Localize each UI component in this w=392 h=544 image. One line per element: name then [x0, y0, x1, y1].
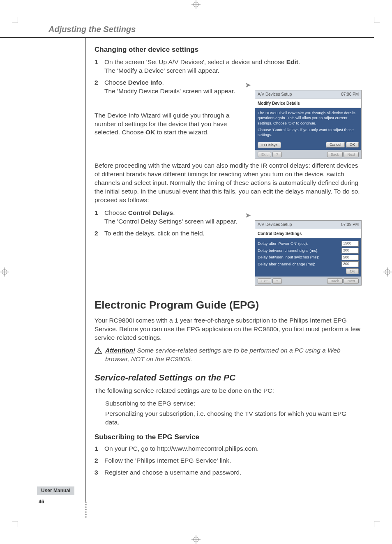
help-button[interactable]: ?: [272, 278, 282, 284]
page-number: 46: [39, 499, 44, 505]
delay-label: Delay after channel change (ms):: [258, 262, 315, 267]
crop-mark: [374, 521, 380, 527]
crop-mark: [12, 521, 18, 527]
shot-subhead: Modify Device Details: [255, 99, 361, 108]
delay-field[interactable]: 1500: [341, 241, 359, 247]
back-button[interactable]: Back: [327, 152, 343, 157]
registration-mark: [383, 267, 392, 277]
back-button[interactable]: Back: [327, 278, 343, 284]
srv-intro: The following service-related settings a…: [95, 387, 362, 395]
step-1: 1 On the screen 'Set Up A/V Devices', se…: [95, 58, 362, 75]
delay-field[interactable]: 200: [341, 248, 359, 254]
ok-button[interactable]: OK: [346, 268, 359, 274]
heading-changing: Changing other device settings: [95, 45, 362, 55]
shot-time: 07:06 PM: [341, 92, 359, 97]
cd-step-2: 2 To edit the delays, click on the field…: [95, 229, 247, 238]
screenshot-control-delays: A/V Devices Setup07:09 PM Control Delay …: [255, 220, 362, 286]
shot-title: A/V Devices Setup: [258, 222, 292, 228]
bullet-item: Subscribing to the EPG service;: [105, 399, 362, 408]
cancel-button[interactable]: Cancel: [326, 142, 345, 148]
crop-mark: [374, 17, 380, 23]
registration-mark: [191, 0, 201, 9]
footer-label: User Manual: [37, 486, 74, 495]
attention-label: Attention!: [105, 347, 135, 354]
step-2: 2 Choose Device Info. The 'Modify Device…: [95, 78, 247, 96]
bold-device-info: Device Info: [128, 79, 162, 86]
delay-label: Delay after 'Power ON' (sec):: [258, 241, 308, 246]
heading-service-settings: Service-related Settings on the PC: [95, 372, 362, 383]
dotted-rule: •••••••: [85, 501, 87, 519]
bold-ok: OK: [145, 129, 155, 136]
next-button[interactable]: Next: [344, 152, 359, 157]
epg-step-3: Register and choose a username and passw…: [104, 468, 362, 477]
heading-subscribing: Subscribing to the EPG Service: [95, 433, 362, 442]
screenshot-modify-device: A/V Devices Setup07:06 PM Modify Device …: [255, 90, 362, 159]
page-content: Changing other device settings 1 On the …: [95, 45, 362, 480]
section-title: Adjusting the Settings: [48, 25, 136, 34]
step-text: On the screen 'Set Up A/V Devices', sele…: [104, 58, 286, 65]
attention-note: Attention! Some service-related settings…: [95, 346, 362, 364]
delay-label: Delay between input switches (ms):: [258, 255, 319, 260]
epg-step-1: On your PC, go to http://www.homecontrol…: [104, 445, 362, 453]
epg-intro: Your RC9800i comes with a 1 year free-of…: [95, 316, 362, 342]
exit-button[interactable]: Exit: [258, 152, 271, 157]
ok-button[interactable]: OK: [346, 142, 359, 148]
shot-title: A/V Devices Setup: [258, 92, 292, 97]
bullet-item: Personalizing your subscription, i.e. ch…: [105, 410, 362, 427]
before-para: Before proceeding with the wizard you ca…: [95, 161, 362, 205]
delay-field[interactable]: 500: [341, 255, 359, 260]
heading-epg: Electronic Program Guide (EPG): [95, 298, 362, 312]
svg-point-14: [98, 352, 99, 353]
header-rule: [0, 37, 374, 38]
ir-delays-button[interactable]: IR Delays: [258, 142, 281, 148]
shot-body-text: The RC9800i will now take you through al…: [258, 111, 359, 126]
exit-button[interactable]: Exit: [258, 278, 271, 284]
crop-mark: [12, 17, 18, 23]
epg-step-2: Follow the 'Philips Internet EPG Service…: [104, 456, 362, 465]
bold-control-delays: Control Delays: [128, 209, 173, 216]
wizard-para: The Device Info Wizard will guide you th…: [95, 111, 247, 137]
margin-rule: [85, 38, 86, 502]
help-button[interactable]: ?: [272, 152, 282, 157]
registration-mark: [0, 267, 9, 277]
shot-time: 07:09 PM: [341, 222, 359, 228]
delay-label: Delay between channel digits (ms):: [258, 248, 318, 253]
bold-edit: Edit: [286, 58, 298, 65]
warning-icon: [95, 347, 102, 356]
arrow-icon: ➤: [245, 80, 362, 90]
shot-body-text: Choose 'Control Delays' if you only want…: [258, 127, 359, 138]
next-button[interactable]: Next: [344, 278, 359, 284]
shot-subhead: Control Delay Settings: [255, 229, 361, 239]
registration-mark: [191, 535, 201, 544]
step-number: 2: [95, 78, 104, 96]
step-text: The 'Modify a Device' screen will appear…: [104, 67, 219, 74]
step-number: 1: [95, 58, 104, 75]
cd-step-1: 1 Choose Control Delays. The 'Control De…: [95, 209, 247, 226]
delay-field[interactable]: 200: [341, 261, 359, 267]
arrow-icon: ➤: [245, 210, 362, 220]
